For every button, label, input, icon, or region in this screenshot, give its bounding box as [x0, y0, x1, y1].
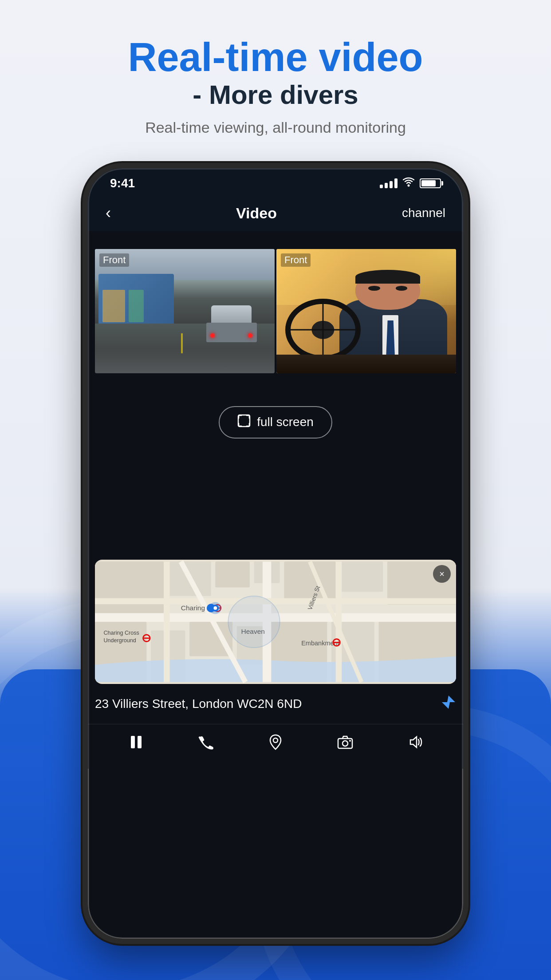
status-bar: 9:41	[88, 168, 463, 195]
fullscreen-area: full screen	[88, 373, 463, 471]
svg-rect-41	[131, 736, 135, 748]
video-panel-front[interactable]: Front	[95, 249, 275, 373]
interior-scene	[276, 249, 456, 373]
fullscreen-label: full screen	[257, 415, 314, 429]
wifi-icon	[403, 177, 414, 190]
svg-rect-3	[95, 561, 164, 613]
pause-button[interactable]	[127, 733, 145, 751]
subtitle: - More divers	[128, 79, 423, 110]
nav-bar: ‹ Video channel	[88, 195, 463, 231]
video-label-interior: Front	[281, 253, 311, 267]
nav-title: Video	[236, 205, 277, 222]
location-bar: 23 Villiers Street, London WC2N 6ND	[88, 684, 463, 724]
call-button[interactable]	[197, 733, 215, 751]
svg-text:Underground: Underground	[103, 637, 136, 644]
svg-point-46	[349, 740, 351, 742]
phone-container: 9:41	[83, 163, 468, 944]
svg-rect-8	[340, 561, 383, 592]
fullscreen-button[interactable]: full screen	[219, 406, 332, 439]
status-icons	[380, 177, 441, 190]
camera-button[interactable]	[336, 733, 354, 751]
location-button[interactable]	[267, 733, 284, 751]
svg-point-40	[228, 596, 279, 648]
map-close-button[interactable]: ×	[433, 565, 451, 583]
status-time: 9:41	[110, 176, 135, 190]
svg-point-45	[342, 741, 348, 746]
video-grid: Front	[88, 249, 463, 373]
channel-button[interactable]: channel	[402, 206, 445, 220]
video-section: Front	[88, 249, 463, 373]
battery-icon	[420, 178, 441, 188]
svg-point-39	[213, 606, 217, 610]
bottom-controls	[88, 724, 463, 769]
fullscreen-icon	[237, 414, 251, 431]
map-svg: Charing Cro Heaven Embankment Villiers S…	[95, 560, 456, 684]
video-spacer	[88, 231, 463, 249]
close-icon: ×	[439, 569, 445, 579]
svg-rect-5	[215, 561, 250, 587]
svg-rect-1	[238, 415, 250, 427]
location-address: 23 Villiers Street, London WC2N 6ND	[95, 697, 302, 711]
header-section: Real-time video - More divers Real-time …	[128, 0, 423, 136]
video-panel-interior[interactable]: Front	[276, 249, 456, 373]
svg-rect-20	[164, 561, 170, 682]
volume-button[interactable]	[406, 733, 424, 751]
svg-point-0	[408, 185, 410, 187]
video-label-front: Front	[99, 253, 129, 267]
svg-rect-7	[284, 561, 335, 600]
dark-area	[88, 471, 463, 560]
main-title: Real-time video	[128, 36, 423, 79]
navigation-icon[interactable]	[441, 695, 456, 713]
svg-rect-42	[138, 736, 142, 748]
map-container[interactable]: Charing Cro Heaven Embankment Villiers S…	[95, 560, 456, 684]
description: Real-time viewing, all-round monitoring	[128, 119, 423, 136]
road-scene	[95, 249, 275, 373]
signal-icon	[380, 178, 398, 188]
svg-rect-19	[95, 598, 456, 605]
phone-frame: 9:41	[83, 163, 468, 944]
map-section: Charing Cro Heaven Embankment Villiers S…	[88, 560, 463, 684]
svg-point-43	[273, 738, 278, 743]
back-button[interactable]: ‹	[106, 204, 111, 222]
svg-text:Charing Cross: Charing Cross	[103, 630, 139, 636]
